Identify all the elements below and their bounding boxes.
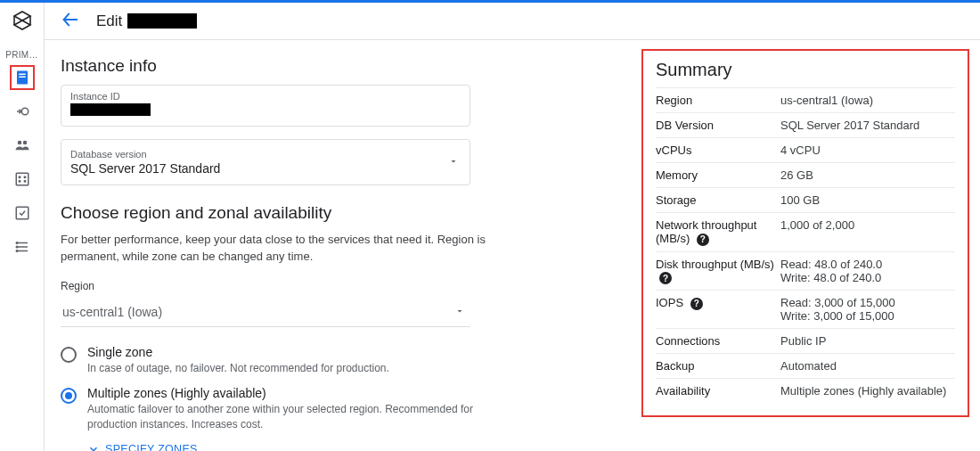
svg-rect-15: [16, 207, 29, 219]
database-version-select[interactable]: Database version SQL Server 2017 Standar…: [61, 139, 470, 185]
db-version-label: Database version: [70, 149, 220, 160]
summary-value: Multiple zones (Highly available): [780, 384, 946, 398]
region-field-label: Region: [61, 280, 617, 292]
summary-value: Read: 48.0 of 240.0 Write: 48.0 of 240.0: [780, 258, 882, 285]
region-heading: Choose region and zonal availability: [61, 203, 617, 223]
back-arrow-icon[interactable]: [61, 10, 80, 32]
summary-column: Summary Region us-central1 (Iowa) DB Ver…: [641, 40, 980, 451]
summary-row-db-version: DB Version SQL Server 2017 Standard: [656, 112, 955, 137]
instance-info-heading: Instance info: [61, 56, 617, 76]
radio-icon: [61, 388, 77, 404]
summary-label: Disk throughput (MB/s) ?: [656, 258, 780, 285]
content-row: Instance info Instance ID Database versi…: [45, 40, 980, 451]
summary-value: 26 GB: [780, 168, 813, 182]
region-select[interactable]: us-central1 (Iowa): [61, 298, 470, 327]
radio-icon: [61, 347, 77, 363]
summary-label: DB Version: [656, 119, 780, 132]
summary-label: Network throughput (MB/s) ?: [656, 218, 780, 246]
svg-rect-10: [16, 173, 29, 185]
summary-row-vcpus: vCPUs 4 vCPU: [656, 137, 955, 162]
svg-point-11: [19, 176, 20, 178]
help-icon[interactable]: ?: [659, 272, 672, 284]
product-logo: [12, 10, 33, 34]
rail-group-label: PRIM…: [5, 50, 38, 60]
page-root: PRIM… Edit Ins: [0, 0, 980, 451]
single-zone-sub: In case of outage, no failover. Not reco…: [87, 361, 389, 376]
chevron-down-icon: [454, 305, 465, 319]
svg-point-13: [24, 176, 26, 178]
summary-row-connections: Connections Public IP: [656, 328, 955, 353]
summary-row-memory: Memory 26 GB: [656, 162, 955, 187]
rail-item-users[interactable]: [10, 133, 35, 158]
summary-label: Memory: [656, 168, 780, 182]
svg-point-21: [16, 250, 18, 252]
svg-point-12: [19, 181, 20, 183]
radio-single-zone[interactable]: Single zone In case of outage, no failov…: [61, 345, 617, 376]
region-value: us-central1 (Iowa): [62, 305, 162, 319]
multi-zone-sub: Automatic failover to another zone withi…: [87, 402, 479, 432]
summary-value: Public IP: [780, 334, 826, 348]
summary-label: Connections: [656, 334, 780, 348]
rail-item-operations[interactable]: [10, 234, 35, 259]
svg-rect-5: [19, 74, 26, 76]
svg-rect-6: [19, 77, 26, 78]
rail-item-backups[interactable]: [10, 201, 35, 226]
redacted-instance-name: [127, 13, 197, 29]
svg-point-20: [16, 246, 18, 248]
redacted-instance-id: [70, 103, 151, 116]
summary-value: 100 GB: [780, 193, 820, 207]
rail-item-databases[interactable]: [10, 167, 35, 192]
summary-row-net-throughput: Network throughput (MB/s) ? 1,000 of 2,0…: [656, 212, 955, 251]
summary-row-availability: Availability Multiple zones (Highly avai…: [656, 378, 955, 403]
svg-point-8: [17, 141, 21, 145]
summary-row-storage: Storage 100 GB: [656, 187, 955, 212]
summary-row-iops: IOPS ? Read: 3,000 of 15,000 Write: 3,00…: [656, 290, 955, 328]
summary-heading: Summary: [656, 60, 955, 80]
instance-id-field: Instance ID: [61, 85, 470, 127]
instance-id-label: Instance ID: [70, 91, 461, 102]
summary-row-region: Region us-central1 (Iowa): [656, 87, 955, 112]
chevron-down-icon: [448, 156, 459, 169]
summary-value: Read: 3,000 of 15,000 Write: 3,000 of 15…: [780, 296, 895, 323]
rail-item-overview[interactable]: [10, 65, 35, 90]
svg-marker-1: [14, 20, 30, 29]
svg-point-14: [24, 181, 26, 183]
help-icon[interactable]: ?: [690, 298, 703, 310]
summary-row-backup: Backup Automated: [656, 353, 955, 378]
main-area: Edit Instance info Instance ID Database …: [45, 3, 980, 451]
summary-value: 1,000 of 2,000: [780, 218, 854, 246]
radio-multiple-zones[interactable]: Multiple zones (Highly available) Automa…: [61, 386, 617, 432]
summary-label: Backup: [656, 359, 780, 373]
nav-rail: PRIM…: [0, 3, 45, 451]
db-version-value: SQL Server 2017 Standard: [70, 160, 220, 176]
svg-point-9: [22, 141, 27, 145]
summary-label: Availability: [656, 384, 780, 398]
page-header: Edit: [45, 3, 980, 40]
svg-point-19: [16, 242, 18, 244]
summary-value: us-central1 (Iowa): [780, 94, 873, 107]
summary-label: Region: [656, 94, 780, 107]
summary-label: Storage: [656, 193, 780, 207]
help-icon[interactable]: ?: [697, 234, 709, 246]
summary-row-disk-throughput: Disk throughput (MB/s) ? Read: 48.0 of 2…: [656, 251, 955, 291]
svg-marker-0: [14, 12, 30, 20]
summary-value: Automated: [780, 359, 837, 373]
specify-zones-toggle[interactable]: SPECIFY ZONES: [87, 443, 617, 451]
summary-value: 4 vCPU: [780, 144, 821, 157]
instance-id-value: [70, 102, 461, 119]
form-column: Instance info Instance ID Database versi…: [45, 40, 641, 451]
multi-zone-title: Multiple zones (Highly available): [87, 386, 479, 400]
page-title: Edit: [96, 12, 122, 30]
summary-panel: Summary Region us-central1 (Iowa) DB Ver…: [641, 49, 969, 417]
summary-value: SQL Server 2017 Standard: [780, 119, 919, 132]
region-help-text: For better performance, keep your data c…: [61, 232, 488, 266]
single-zone-title: Single zone: [87, 345, 389, 359]
summary-label: IOPS ?: [656, 296, 780, 323]
specify-zones-label: SPECIFY ZONES: [105, 443, 198, 451]
summary-label: vCPUs: [656, 144, 780, 157]
rail-item-connections[interactable]: [10, 99, 35, 124]
